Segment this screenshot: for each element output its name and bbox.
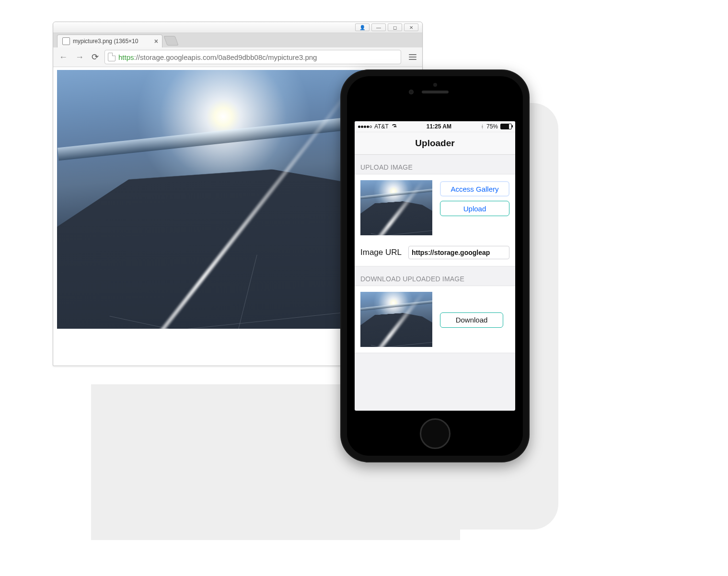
url-scheme: https://storage.googleapis.com/0a8ed9dbb… xyxy=(118,53,317,61)
back-button[interactable]: ← xyxy=(57,51,69,63)
forward-button[interactable]: → xyxy=(73,51,86,63)
status-bar: AT&T 11:25 AM ᚼ 75% xyxy=(355,121,515,132)
phone-camera xyxy=(409,90,414,94)
address-bar[interactable]: https://storage.googleapis.com/0a8ed9dbb… xyxy=(104,50,401,64)
phone-speaker xyxy=(422,91,449,93)
window-maximize-button[interactable]: ◻ xyxy=(388,23,402,31)
battery-icon xyxy=(500,124,512,129)
download-thumbnail xyxy=(360,292,432,347)
hamburger-menu-icon[interactable] xyxy=(409,54,416,60)
tab-strip: mypicture3.png (1365×10 × xyxy=(53,33,422,47)
bluetooth-icon: ᚼ xyxy=(481,124,484,129)
app-title: Uploader xyxy=(415,138,454,149)
app-navbar: Uploader xyxy=(355,132,515,155)
download-panel: Download xyxy=(355,286,515,353)
home-button[interactable] xyxy=(420,418,451,449)
image-url-value: https://storage.googleap xyxy=(412,249,490,256)
file-icon xyxy=(62,37,70,45)
status-time: 11:25 AM xyxy=(427,123,451,130)
access-gallery-button[interactable]: Access Gallery xyxy=(440,181,509,196)
phone-screen: AT&T 11:25 AM ᚼ 75% Uploader UPLOAD IMAG… xyxy=(355,121,515,411)
wifi-icon xyxy=(391,124,397,129)
browser-tab[interactable]: mypicture3.png (1365×10 × xyxy=(57,35,162,47)
window-user-icon[interactable]: 👤 xyxy=(355,23,370,31)
browser-toolbar: ← → ⟳ https://storage.googleapis.com/0a8… xyxy=(53,47,422,67)
image-url-label: Image URL xyxy=(360,248,402,257)
window-titlebar: 👤 — ◻ ✕ xyxy=(53,22,422,33)
upload-panel: Access Gallery Upload Image URL https://… xyxy=(355,174,515,266)
upload-thumbnail xyxy=(360,180,432,235)
tab-title: mypicture3.png (1365×10 xyxy=(73,38,151,45)
tab-close-icon[interactable]: × xyxy=(154,37,158,45)
battery-percent: 75% xyxy=(486,123,498,130)
phone-sensor xyxy=(433,83,437,87)
signal-icon xyxy=(358,126,372,128)
download-button[interactable]: Download xyxy=(440,312,503,328)
window-close-button[interactable]: ✕ xyxy=(404,23,418,31)
carrier-label: AT&T xyxy=(374,123,389,130)
image-url-field[interactable]: https://storage.googleap xyxy=(408,246,509,259)
new-tab-button[interactable] xyxy=(163,36,178,46)
upload-button[interactable]: Upload xyxy=(440,201,509,216)
phone-device: AT&T 11:25 AM ᚼ 75% Uploader UPLOAD IMAG… xyxy=(340,69,530,462)
section-header-upload: UPLOAD IMAGE xyxy=(355,155,515,174)
page-icon xyxy=(108,53,116,61)
window-minimize-button[interactable]: — xyxy=(371,23,386,31)
section-header-download: DOWNLOAD UPLOADED IMAGE xyxy=(355,266,515,286)
reload-button[interactable]: ⟳ xyxy=(90,51,101,63)
